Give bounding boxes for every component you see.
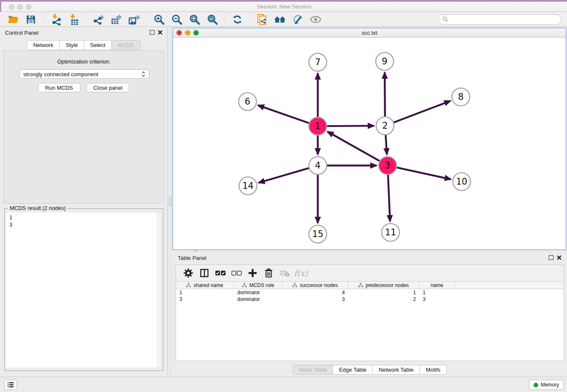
export-table-icon[interactable]: [109, 13, 124, 26]
graph-node-7[interactable]: 7: [309, 53, 327, 71]
graph-node-10[interactable]: 10: [453, 173, 471, 190]
cell-name[interactable]: 1: [419, 289, 455, 296]
criterion-select[interactable]: strongly connected component: [19, 69, 149, 79]
cell-successor-nodes[interactable]: 3: [283, 296, 348, 303]
search-box: [438, 14, 561, 25]
cell-successor-nodes[interactable]: 4: [283, 289, 348, 296]
control-panel-header: Control Panel: [0, 27, 167, 39]
tab-style[interactable]: Style: [59, 40, 84, 50]
edge-3-11[interactable]: [388, 175, 390, 221]
edge-1-6[interactable]: [258, 105, 309, 123]
eye-icon[interactable]: [308, 13, 323, 26]
table-panel-title: Table Panel: [178, 255, 206, 261]
duplicate-network-icon[interactable]: [255, 13, 270, 26]
result-scrollbar[interactable]: [157, 213, 161, 367]
network-canvas-svg[interactable]: 7968124314101511: [173, 38, 566, 249]
edge-2-9[interactable]: [385, 72, 385, 116]
zoom-selected-icon[interactable]: [205, 13, 220, 26]
svg-text:8: 8: [458, 92, 463, 102]
export-image-icon[interactable]: [127, 13, 141, 26]
export-network-icon[interactable]: [91, 13, 106, 26]
cell-mcds-role[interactable]: dominator: [234, 296, 283, 303]
cell-shared-name[interactable]: 3: [176, 296, 234, 303]
vertical-splitter-handle[interactable]: [169, 197, 172, 206]
open-file-icon[interactable]: [6, 13, 20, 26]
tab-edge-table[interactable]: Edge Table: [333, 365, 373, 375]
tab-motifs[interactable]: Motifs: [419, 365, 447, 375]
graph-node-9[interactable]: 9: [376, 52, 394, 70]
workspace: Control Panel Network Style Select MCDS …: [0, 27, 567, 377]
svg-text:3: 3: [385, 160, 390, 171]
svg-text:4: 4: [315, 160, 320, 171]
save-icon[interactable]: [24, 13, 38, 26]
tab-network[interactable]: Network: [27, 40, 60, 50]
show-columns-icon[interactable]: [198, 267, 211, 279]
table-settings-gear-icon[interactable]: [182, 267, 195, 279]
deselect-all-columns-icon[interactable]: [230, 267, 243, 279]
edge-2-8[interactable]: [394, 101, 451, 122]
float-panel-icon[interactable]: [150, 30, 154, 35]
fx-label: f(x): [294, 268, 308, 278]
graph-node-14[interactable]: 14: [239, 177, 257, 195]
zoom-fit-icon[interactable]: [187, 13, 202, 26]
column-label: successor nodes: [300, 282, 338, 288]
svg-text:11: 11: [385, 227, 396, 237]
cell-predecessor-nodes[interactable]: 1: [348, 289, 419, 296]
graph-node-3[interactable]: 3: [379, 157, 396, 174]
mcds-result-textarea[interactable]: 1 3: [6, 213, 161, 367]
column-header-mcds-role[interactable]: MCDS role: [234, 282, 283, 289]
cell-predecessor-nodes[interactable]: 2: [348, 296, 419, 303]
delete-column-trash-icon[interactable]: [262, 267, 275, 279]
zoom-in-icon[interactable]: [152, 13, 166, 26]
column-label: name: [430, 282, 443, 288]
edge-3-10[interactable]: [396, 168, 451, 179]
network-window-titlebar[interactable]: × − + scc.txt: [173, 28, 566, 38]
table-row[interactable]: 1 dominator 4 1 1: [176, 289, 564, 296]
cell-shared-name[interactable]: 1: [176, 289, 234, 296]
app-window: Session: New Session: [0, 0, 567, 392]
column-header-successor-nodes[interactable]: successor nodes: [283, 282, 348, 289]
tab-node-table[interactable]: Node Table: [293, 365, 333, 375]
home-icon[interactable]: [273, 13, 287, 26]
create-column-plus-icon[interactable]: [246, 267, 259, 279]
table-panel-header: Table Panel: [173, 252, 567, 264]
svg-text:7: 7: [315, 57, 320, 67]
close-panel-button[interactable]: Close panel: [86, 83, 130, 92]
task-history-button[interactable]: [4, 380, 17, 390]
float-table-panel-icon[interactable]: [549, 255, 553, 260]
graph-node-11[interactable]: 11: [382, 224, 399, 241]
refresh-icon[interactable]: [230, 13, 245, 26]
table-row[interactable]: 3 dominator 3 2 3: [176, 296, 564, 303]
edge-1-2[interactable]: [327, 126, 374, 126]
tab-select[interactable]: Select: [84, 40, 112, 50]
run-mcds-button[interactable]: Run MCDS: [38, 83, 80, 92]
column-header-shared-name[interactable]: shared name: [176, 282, 234, 289]
graph-node-2[interactable]: 2: [376, 117, 394, 135]
style-brush-icon[interactable]: [291, 13, 305, 26]
close-panel-icon[interactable]: [157, 30, 163, 35]
edge-2-3[interactable]: [385, 135, 387, 155]
toolbar-separator: [43, 14, 44, 25]
cell-mcds-role[interactable]: dominator: [234, 289, 283, 296]
column-header-predecessor-nodes[interactable]: predecessor nodes: [348, 282, 419, 289]
graph-node-1[interactable]: 1: [309, 117, 327, 135]
import-network-icon[interactable]: [49, 13, 63, 26]
zoom-out-icon[interactable]: [170, 13, 184, 26]
memory-button[interactable]: Memory: [529, 380, 564, 390]
graph-node-15[interactable]: 15: [309, 225, 327, 243]
graph-node-4[interactable]: 4: [309, 157, 327, 174]
import-table-icon[interactable]: [66, 13, 81, 26]
select-all-columns-icon[interactable]: [214, 267, 227, 279]
search-input[interactable]: [449, 16, 557, 22]
edge-4-14[interactable]: [259, 168, 309, 183]
cell-name[interactable]: 3: [419, 296, 455, 303]
graph-node-6[interactable]: 6: [239, 93, 256, 110]
edge-3-1[interactable]: [328, 132, 380, 161]
graph-node-8[interactable]: 8: [452, 88, 470, 106]
network-window: × − + scc.txt 7968124314101511: [173, 28, 566, 250]
svg-text:9: 9: [382, 56, 387, 66]
tab-mcds[interactable]: MCDS: [111, 40, 140, 50]
column-header-name[interactable]: name: [419, 282, 455, 289]
close-table-panel-icon[interactable]: [556, 255, 562, 260]
tab-network-table[interactable]: Network Table: [372, 365, 420, 375]
